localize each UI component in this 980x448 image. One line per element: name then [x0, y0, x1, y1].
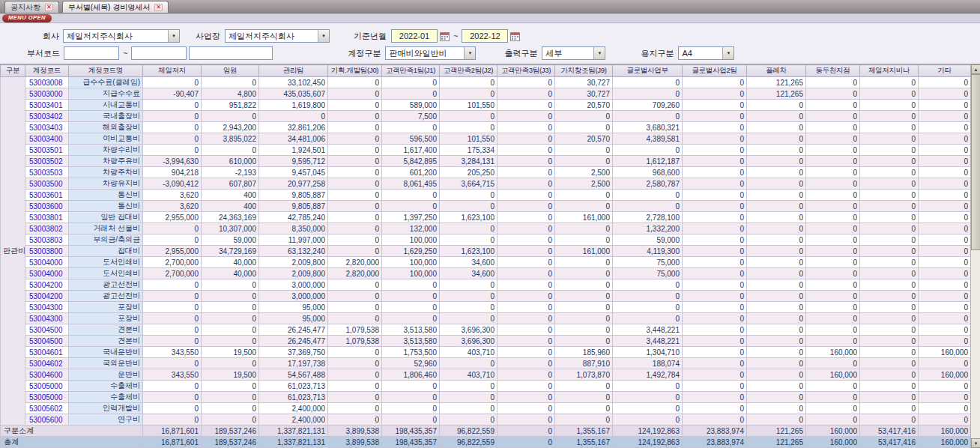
workplace-select[interactable]: 제일저지주식회사 ▼: [225, 29, 330, 43]
amount-cell[interactable]: 0: [860, 133, 919, 145]
amount-cell[interactable]: 0: [440, 414, 497, 426]
amount-cell[interactable]: 0: [747, 156, 806, 167]
amount-cell[interactable]: 37,369,750: [259, 347, 328, 358]
amount-cell[interactable]: 0: [860, 381, 919, 392]
table-row[interactable]: 53003502차량주유비-3,994,630610,0009,595,7120…: [1, 156, 971, 167]
amount-cell[interactable]: 0: [613, 201, 683, 212]
amount-cell[interactable]: 0: [440, 403, 497, 414]
amount-cell[interactable]: 0: [747, 246, 806, 257]
amount-cell[interactable]: 26,245,477: [259, 324, 328, 336]
table-row[interactable]: 53004300포장비0095,00000000000000: [1, 302, 971, 313]
amount-cell[interactable]: 0: [683, 100, 747, 111]
account-code-cell[interactable]: 53003502: [25, 156, 69, 167]
account-code-cell[interactable]: 53003501: [25, 145, 69, 156]
amount-cell[interactable]: 0: [497, 369, 555, 381]
amount-cell[interactable]: 40,000: [202, 268, 259, 279]
account-code-cell[interactable]: 53005000: [25, 392, 69, 403]
column-header[interactable]: 글로벌사업2팀: [683, 65, 747, 77]
column-header[interactable]: 계정코드: [25, 65, 69, 77]
dept-code-from-input[interactable]: [64, 46, 119, 60]
amount-cell[interactable]: 0: [683, 223, 747, 234]
tab-expense-report[interactable]: 부서별(세목) 경비명세서 ✕: [62, 1, 169, 13]
amount-cell[interactable]: 0: [202, 145, 259, 156]
account-code-cell[interactable]: 53003803: [25, 234, 69, 246]
amount-cell[interactable]: 0: [497, 426, 555, 437]
account-name-cell[interactable]: 광고선전비: [69, 291, 143, 302]
amount-cell[interactable]: 0: [806, 167, 860, 178]
amount-cell[interactable]: 0: [683, 212, 747, 223]
amount-cell[interactable]: 0: [806, 336, 860, 347]
amount-cell[interactable]: 100,000: [382, 257, 440, 268]
amount-cell[interactable]: 0: [860, 234, 919, 246]
menu-open-button[interactable]: MENU OPEN: [2, 14, 52, 22]
account-code-cell[interactable]: 53004300: [25, 313, 69, 324]
amount-cell[interactable]: 0: [497, 100, 555, 111]
amount-cell[interactable]: 0: [860, 77, 919, 88]
amount-cell[interactable]: 1,337,821,131: [259, 437, 328, 448]
amount-cell[interactable]: 0: [497, 201, 555, 212]
account-name-cell[interactable]: 거래처 선물비: [69, 223, 143, 234]
column-header[interactable]: 제일저지비나: [860, 65, 919, 77]
amount-cell[interactable]: 0: [497, 223, 555, 234]
amount-cell[interactable]: 0: [497, 437, 555, 448]
table-row[interactable]: 판관비53003008급수수료(클레임)0033,102,450000030,7…: [1, 77, 971, 88]
scroll-up-button[interactable]: ▲: [971, 64, 980, 74]
amount-cell[interactable]: 3,696,300: [440, 336, 497, 347]
amount-cell[interactable]: 3,899,538: [328, 426, 382, 437]
amount-cell[interactable]: 0: [143, 223, 202, 234]
table-row[interactable]: 53004000도서인쇄비2,700,00040,0002,009,8002,8…: [1, 257, 971, 268]
amount-cell[interactable]: 95,000: [259, 302, 328, 313]
amount-cell[interactable]: 0: [919, 392, 971, 403]
amount-cell[interactable]: 0: [497, 122, 555, 133]
amount-cell[interactable]: 343,550: [143, 369, 202, 381]
amount-cell[interactable]: 0: [382, 381, 440, 392]
account-code-cell[interactable]: 53003500: [25, 178, 69, 190]
amount-cell[interactable]: 0: [613, 77, 683, 88]
amount-cell[interactable]: 0: [747, 268, 806, 279]
amount-cell[interactable]: 0: [613, 279, 683, 291]
amount-cell[interactable]: 0: [683, 77, 747, 88]
amount-cell[interactable]: 0: [747, 336, 806, 347]
amount-cell[interactable]: 3,899,538: [328, 437, 382, 448]
amount-cell[interactable]: 0: [328, 234, 382, 246]
amount-cell[interactable]: 2,955,000: [143, 246, 202, 257]
close-icon[interactable]: ✕: [154, 4, 163, 11]
amount-cell[interactable]: 0: [497, 88, 555, 100]
amount-cell[interactable]: 0: [613, 313, 683, 324]
amount-cell[interactable]: 0: [919, 246, 971, 257]
amount-cell[interactable]: 0: [747, 201, 806, 212]
table-row[interactable]: 53005000수출제비0061,023,71300000000000: [1, 392, 971, 403]
amount-cell[interactable]: 0: [143, 392, 202, 403]
amount-cell[interactable]: 0: [143, 111, 202, 122]
amount-cell[interactable]: 0: [328, 347, 382, 358]
amount-cell[interactable]: 0: [747, 133, 806, 145]
amount-cell[interactable]: 951,822: [202, 100, 259, 111]
account-name-cell[interactable]: 일반 접대비: [69, 212, 143, 223]
amount-cell[interactable]: 0: [683, 111, 747, 122]
amount-cell[interactable]: 30,727: [555, 88, 613, 100]
amount-cell[interactable]: 0: [683, 167, 747, 178]
amount-cell[interactable]: -2,193: [202, 167, 259, 178]
amount-cell[interactable]: 0: [919, 167, 971, 178]
account-code-cell[interactable]: 53003000: [25, 88, 69, 100]
amount-cell[interactable]: 0: [202, 291, 259, 302]
amount-cell[interactable]: 0: [806, 88, 860, 100]
amount-cell[interactable]: 0: [555, 392, 613, 403]
amount-cell[interactable]: 0: [806, 279, 860, 291]
amount-cell[interactable]: 0: [497, 167, 555, 178]
amount-cell[interactable]: 0: [919, 111, 971, 122]
amount-cell[interactable]: 160,000: [806, 437, 860, 448]
amount-cell[interactable]: 0: [747, 392, 806, 403]
amount-cell[interactable]: 0: [747, 403, 806, 414]
amount-cell[interactable]: 0: [806, 291, 860, 302]
amount-cell[interactable]: 887,910: [555, 358, 613, 369]
amount-cell[interactable]: 132,000: [382, 223, 440, 234]
amount-cell[interactable]: 0: [683, 358, 747, 369]
amount-cell[interactable]: 0: [328, 358, 382, 369]
account-code-cell[interactable]: 53003400: [25, 133, 69, 145]
amount-cell[interactable]: 0: [860, 100, 919, 111]
scrollbar-thumb[interactable]: [971, 74, 980, 250]
amount-cell[interactable]: 161,000: [555, 246, 613, 257]
amount-cell[interactable]: 3,620: [143, 190, 202, 201]
column-header[interactable]: 고객만족3팀(J3): [497, 65, 555, 77]
